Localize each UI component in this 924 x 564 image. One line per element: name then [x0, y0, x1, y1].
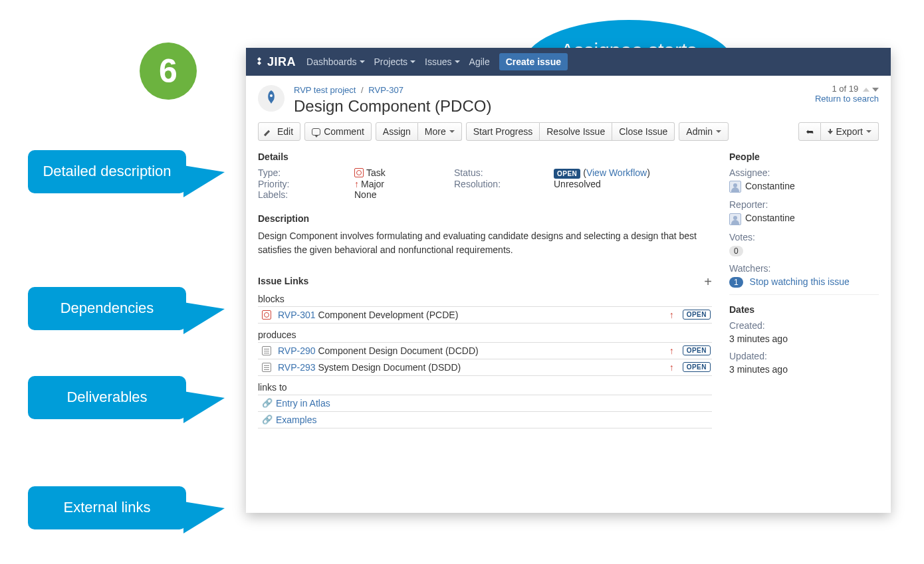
description-heading: Description — [258, 213, 712, 224]
callout-description: Detailed description — [28, 150, 186, 193]
external-link-row[interactable]: 🔗 Examples — [258, 411, 712, 428]
assignee-value[interactable]: Constantine — [729, 181, 879, 193]
link-group-linksto-label: links to — [258, 380, 712, 395]
add-link-button[interactable]: + — [704, 277, 712, 286]
issue-key-link[interactable]: RVP-307 — [368, 85, 404, 95]
nav-dashboards[interactable]: Dashboards — [306, 56, 365, 67]
linked-issue-row[interactable]: RVP-293 System Design Document (DSDD) ↑O… — [258, 359, 712, 376]
reporter-label: Reporter: — [729, 199, 879, 210]
linked-issue-row[interactable]: RVP-290 Component Design Document (DCDD)… — [258, 342, 712, 359]
link-icon: 🔗 — [262, 415, 272, 424]
export-icon — [828, 129, 833, 134]
pager-next-icon[interactable] — [872, 88, 879, 92]
callout-external: External links — [28, 486, 186, 529]
jira-logo-icon — [254, 56, 265, 67]
created-label: Created: — [729, 320, 879, 331]
view-workflow-link[interactable]: View Workflow — [586, 167, 647, 178]
status-value: OPEN (View Workflow) — [554, 167, 712, 179]
issue-header: RVP test project / RVP-307 Design Compon… — [246, 76, 891, 122]
status-lozenge: OPEN — [683, 362, 711, 372]
priority-icon: ↑ — [354, 179, 359, 189]
dates-heading: Dates — [729, 304, 879, 315]
start-progress-button[interactable]: Start Progress — [466, 122, 540, 141]
linked-issue-key[interactable]: RVP-301 — [278, 310, 316, 320]
type-value: Task — [354, 167, 454, 179]
share-button[interactable]: ➦ — [798, 122, 821, 141]
main-column: Details Type: Task Status: OPEN (View Wo… — [258, 147, 712, 432]
return-to-search-link[interactable]: Return to search — [815, 94, 879, 104]
jira-logo[interactable]: JIRA — [254, 55, 296, 69]
project-link[interactable]: RVP test project — [294, 85, 356, 95]
resolution-label: Resolution: — [454, 179, 554, 189]
comment-icon — [312, 128, 320, 136]
links-produces: produces RVP-290 Component Design Docume… — [258, 328, 712, 376]
description-text: Design Component involves formulating an… — [258, 229, 712, 262]
rocket-icon — [262, 89, 281, 108]
create-issue-button[interactable]: Create issue — [499, 53, 568, 70]
links-blocks: blocks RVP-301 Component Development (PC… — [258, 292, 712, 324]
status-lozenge: OPEN — [683, 345, 711, 355]
close-issue-button[interactable]: Close Issue — [612, 122, 675, 141]
caret-down-icon — [410, 60, 415, 63]
pager-prev-icon[interactable] — [863, 88, 869, 92]
project-avatar[interactable] — [258, 85, 285, 112]
people-heading: People — [729, 151, 879, 162]
task-type-icon — [354, 168, 364, 177]
side-column: People Assignee: Constantine Reporter: C… — [729, 147, 879, 432]
issue-pager: 1 of 19 — [815, 84, 879, 94]
avatar-icon — [729, 213, 741, 225]
svg-point-0 — [270, 94, 273, 97]
votes-label: Votes: — [729, 232, 879, 242]
caret-down-icon — [449, 130, 455, 133]
step-number-badge: 6 — [140, 43, 197, 100]
status-lozenge: OPEN — [554, 169, 580, 179]
watchers-count: 1 — [729, 277, 743, 288]
votes-count: 0 — [729, 246, 743, 256]
reporter-value[interactable]: Constantine — [729, 213, 879, 225]
top-nav: JIRA Dashboards Projects Issues Agile Cr… — [246, 48, 891, 76]
admin-button[interactable]: Admin — [679, 122, 729, 141]
callout-dependencies: Dependencies — [28, 287, 186, 330]
resolve-issue-button[interactable]: Resolve Issue — [540, 122, 612, 141]
details-heading: Details — [258, 151, 712, 162]
linked-issue-title: Component Development (PCDE) — [318, 310, 458, 320]
share-icon: ➦ — [806, 126, 814, 137]
breadcrumb: RVP test project / RVP-307 — [294, 85, 491, 95]
updated-label: Updated: — [729, 351, 879, 361]
links-linksto: links to 🔗 Entry in Atlas 🔗 Examples — [258, 380, 712, 428]
priority-icon: ↑ — [669, 345, 674, 356]
priority-icon: ↑ — [669, 362, 674, 373]
nav-agile[interactable]: Agile — [469, 56, 490, 67]
stop-watching-link[interactable]: Stop watching this issue — [750, 276, 850, 287]
linked-issue-key[interactable]: RVP-290 — [278, 345, 316, 356]
more-button[interactable]: More — [418, 122, 462, 141]
linked-issue-row[interactable]: RVP-301 Component Development (PCDE) ↑OP… — [258, 306, 712, 324]
linked-issue-key[interactable]: RVP-293 — [278, 362, 316, 373]
task-type-icon — [262, 310, 271, 320]
linked-issue-title: System Design Document (DSDD) — [318, 362, 461, 373]
updated-value: 3 minutes ago — [729, 364, 879, 375]
avatar-icon — [729, 181, 741, 193]
nav-projects[interactable]: Projects — [374, 56, 416, 67]
comment-button[interactable]: Comment — [304, 122, 372, 141]
assignee-label: Assignee: — [729, 167, 879, 178]
assign-button[interactable]: Assign — [376, 122, 418, 141]
page-type-icon — [262, 363, 271, 372]
status-lozenge: OPEN — [683, 310, 711, 320]
priority-label: Priority: — [258, 179, 354, 189]
external-link[interactable]: Examples — [276, 415, 316, 425]
type-label: Type: — [258, 167, 354, 179]
labels-value: None — [354, 189, 454, 200]
external-link[interactable]: Entry in Atlas — [276, 398, 330, 409]
link-group-blocks-label: blocks — [258, 292, 712, 306]
resolution-value: Unresolved — [554, 179, 712, 189]
external-link-row[interactable]: 🔗 Entry in Atlas — [258, 395, 712, 411]
labels-label: Labels: — [258, 189, 354, 200]
jira-window: JIRA Dashboards Projects Issues Agile Cr… — [246, 48, 891, 513]
export-button[interactable]: Export — [821, 122, 879, 141]
priority-value: ↑Major — [354, 179, 454, 189]
edit-button[interactable]: Edit — [258, 122, 300, 141]
page-type-icon — [262, 346, 271, 355]
watchers-label: Watchers: — [729, 263, 879, 274]
nav-issues[interactable]: Issues — [425, 56, 459, 67]
